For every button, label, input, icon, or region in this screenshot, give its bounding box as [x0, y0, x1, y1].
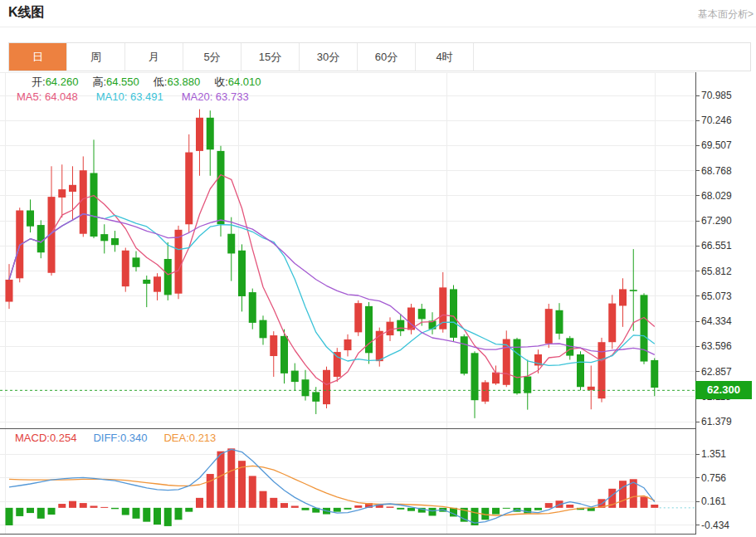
macd-bar-37 — [387, 506, 394, 507]
candle-48[interactable] — [503, 330, 510, 387]
candle-20[interactable] — [207, 110, 214, 176]
candle-58[interactable] — [608, 295, 616, 349]
macd-bar-2 — [16, 508, 23, 516]
macd-bar-13 — [133, 508, 140, 519]
candle-10[interactable] — [100, 224, 108, 253]
ma-info-row: MA5: 64.048MA10: 63.491MA20: 63.733 — [17, 90, 249, 103]
macd-bar-24 — [249, 476, 256, 507]
macd-bar-9 — [90, 505, 98, 507]
candle-3[interactable] — [27, 199, 34, 232]
candle-59[interactable] — [619, 278, 627, 327]
candle-45[interactable] — [471, 351, 479, 418]
candle-53[interactable] — [556, 303, 563, 339]
macd-legend-DEA: DEA:0.213 — [163, 432, 216, 444]
candle-5[interactable] — [48, 166, 56, 276]
macd-bar-50 — [524, 508, 531, 514]
current-price-badge: 62.300 — [695, 381, 752, 399]
candle-6[interactable] — [58, 164, 66, 217]
candle-61[interactable] — [641, 293, 648, 364]
macd-bar-17 — [175, 508, 183, 520]
candle-60[interactable] — [630, 249, 637, 331]
candle-39[interactable] — [407, 304, 415, 334]
candle-44[interactable] — [461, 334, 468, 376]
candle-41[interactable] — [429, 312, 437, 334]
candle-26[interactable] — [270, 331, 277, 377]
macd-bar-19 — [196, 498, 203, 508]
candle-43[interactable] — [450, 285, 457, 341]
macd-bar-5 — [48, 508, 56, 515]
candle-24[interactable] — [249, 289, 256, 330]
ma-legend-MA20: MA20: 63.733 — [182, 90, 249, 103]
candle-4[interactable] — [37, 220, 45, 258]
ma-legend-MA10: MA10: 63.491 — [96, 90, 163, 103]
macd-bar-7 — [69, 501, 76, 508]
candle-29[interactable] — [302, 370, 310, 401]
price-tick-70.985: 70.985 — [701, 90, 732, 101]
macd-bar-3 — [27, 508, 34, 513]
price-tick-65.812: 65.812 — [701, 266, 732, 277]
candle-49[interactable] — [514, 338, 521, 395]
macd-tick--0.434: -0.434 — [701, 520, 729, 531]
macd-bar-61 — [641, 496, 648, 507]
macd-bar-29 — [302, 508, 310, 510]
candle-12[interactable] — [122, 247, 129, 291]
candle-18[interactable] — [185, 134, 193, 232]
macd-bar-1 — [6, 508, 13, 525]
ma-legend-MA5: MA5: 64.048 — [17, 90, 78, 103]
candle-8[interactable] — [80, 156, 87, 237]
ohlc-低: 低:63.880 — [154, 75, 200, 90]
macd-bar-48 — [503, 508, 510, 509]
candle-56[interactable] — [588, 365, 595, 409]
candle-9[interactable] — [90, 139, 98, 238]
candle-32[interactable] — [334, 348, 341, 382]
candle-31[interactable] — [323, 367, 330, 408]
candle-23[interactable] — [238, 244, 246, 311]
candle-30[interactable] — [312, 387, 319, 414]
price-tick-61.379: 61.379 — [701, 416, 732, 427]
candle-25[interactable] — [260, 315, 267, 344]
macd-bar-51 — [534, 508, 542, 510]
candle-55[interactable] — [577, 351, 584, 390]
macd-bar-18 — [185, 508, 193, 512]
ohlc-高: 高:64.550 — [92, 75, 139, 90]
candle-14[interactable] — [143, 276, 150, 307]
macd-bar-27 — [280, 503, 288, 508]
candle-13[interactable] — [133, 251, 140, 272]
candle-34[interactable] — [354, 300, 362, 336]
price-tick-70.246: 70.246 — [701, 115, 732, 126]
macd-bar-21 — [217, 452, 225, 508]
price-tick-62.857: 62.857 — [701, 366, 732, 378]
candle-35[interactable] — [365, 302, 373, 364]
macd-bar-14 — [143, 508, 150, 522]
candle-7[interactable] — [69, 166, 76, 220]
price-tick-64.334: 64.334 — [701, 315, 732, 327]
ohlc-开: 开:64.260 — [32, 75, 78, 90]
macd-legend-MACD: MACD:0.254 — [15, 432, 76, 444]
candle-50[interactable] — [524, 359, 531, 409]
ohlc-info-row: 开:64.260高:64.550低:63.880收:64.010 — [32, 75, 261, 90]
price-tick-68.029: 68.029 — [701, 190, 732, 202]
candle-21[interactable] — [217, 146, 225, 237]
price-tick-68.768: 68.768 — [701, 165, 732, 177]
macd-bar-33 — [344, 508, 352, 510]
candle-28[interactable] — [291, 364, 299, 391]
candle-57[interactable] — [598, 338, 606, 403]
macd-histogram — [6, 448, 659, 526]
macd-bar-16 — [164, 508, 172, 526]
macd-bar-8 — [80, 503, 87, 508]
ma5-line — [9, 175, 655, 385]
candle-52[interactable] — [545, 304, 553, 348]
candle-46[interactable] — [481, 380, 489, 404]
macd-info-row: MACD:0.254DIFF:0.340DEA:0.213 — [15, 432, 216, 444]
candle-33[interactable] — [344, 334, 352, 357]
candle-54[interactable] — [566, 336, 573, 360]
candle-19[interactable] — [196, 110, 203, 176]
macd-bar-4 — [37, 508, 45, 519]
macd-bar-22 — [227, 448, 235, 508]
kline-widget: K线图 基本面分析> 日周月5分15分30分60分4时 开:64.260高:64… — [0, 0, 756, 537]
candle-11[interactable] — [111, 231, 119, 251]
price-tick-66.551: 66.551 — [701, 240, 732, 251]
macd-tick-1.351: 1.351 — [701, 448, 726, 460]
ohlc-收: 收:64.010 — [214, 75, 261, 90]
price-tick-65.073: 65.073 — [701, 290, 732, 302]
